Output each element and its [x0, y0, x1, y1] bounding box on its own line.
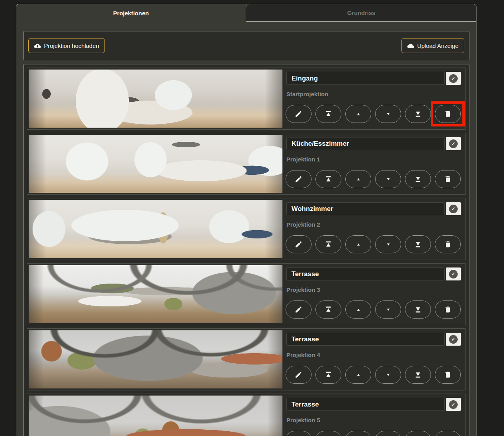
delete-button[interactable]	[435, 170, 461, 188]
move-down-button[interactable]	[375, 235, 401, 253]
confirm-title-button[interactable]: ✓	[446, 202, 461, 215]
projection-subtitle: Projektion 2	[286, 221, 461, 228]
upload-display-button[interactable]: Upload Anzeige	[401, 38, 464, 53]
row-actions	[286, 300, 461, 319]
delete-button[interactable]	[435, 105, 461, 123]
move-bottom-button[interactable]	[405, 431, 431, 436]
panorama-thumbnail	[29, 330, 282, 388]
chevron-up-icon	[356, 242, 361, 247]
move-to-bottom-icon	[414, 306, 422, 313]
move-to-top-icon	[324, 110, 332, 118]
move-up-button[interactable]	[345, 170, 371, 188]
edit-button[interactable]	[286, 366, 312, 384]
check-icon: ✓	[449, 74, 458, 83]
confirm-title-button[interactable]: ✓	[446, 267, 461, 280]
move-down-button[interactable]	[375, 300, 401, 319]
edit-button[interactable]	[286, 105, 312, 123]
move-top-button[interactable]	[315, 235, 341, 253]
chevron-down-icon	[386, 177, 391, 182]
row-actions	[286, 366, 461, 384]
move-to-bottom-icon	[414, 175, 422, 183]
delete-button[interactable]	[435, 235, 461, 253]
projection-subtitle: Projektion 5	[286, 417, 461, 423]
row-actions	[286, 235, 461, 253]
trash-icon	[444, 371, 452, 379]
row-panel: ✓ Projektion 1	[282, 135, 464, 193]
chevron-down-icon	[386, 372, 391, 377]
projection-row: ✓ Projektion 5	[27, 394, 466, 436]
move-to-bottom-icon	[414, 371, 422, 379]
projection-subtitle: Startprojektion	[286, 91, 461, 97]
projection-subtitle: Projektion 4	[286, 352, 461, 358]
move-up-button[interactable]	[345, 105, 371, 123]
edit-button[interactable]	[286, 235, 312, 253]
cloud-icon	[407, 42, 414, 49]
check-icon: ✓	[449, 205, 458, 213]
projection-title-input[interactable]	[286, 267, 445, 280]
move-top-button[interactable]	[315, 105, 341, 123]
chevron-down-icon	[386, 112, 391, 117]
edit-button[interactable]	[286, 300, 312, 319]
delete-button[interactable]	[435, 366, 461, 384]
move-top-button[interactable]	[315, 431, 341, 436]
projection-title-input[interactable]	[286, 137, 445, 150]
move-top-button[interactable]	[315, 300, 341, 319]
move-bottom-button[interactable]	[405, 366, 431, 384]
edit-button[interactable]	[286, 431, 312, 436]
tab-projektionen[interactable]: Projektionen	[16, 4, 246, 22]
confirm-title-button[interactable]: ✓	[446, 72, 461, 85]
move-top-button[interactable]	[315, 366, 341, 384]
delete-button[interactable]	[435, 300, 461, 319]
projection-title-input[interactable]	[286, 398, 445, 411]
pencil-icon	[295, 110, 302, 118]
move-bottom-button[interactable]	[405, 105, 431, 123]
projection-row: ✓ Projektion 3	[27, 263, 466, 325]
move-to-bottom-icon	[414, 240, 422, 248]
confirm-title-button[interactable]: ✓	[446, 333, 461, 346]
panorama-thumbnail	[29, 135, 282, 193]
trash-icon	[444, 175, 452, 183]
move-up-button[interactable]	[345, 431, 371, 436]
projection-list: ✓ Startprojektion	[23, 64, 469, 436]
projection-title-input[interactable]	[286, 333, 445, 346]
projection-subtitle: Projektion 1	[286, 156, 461, 163]
row-actions	[286, 431, 461, 436]
move-to-top-icon	[324, 240, 332, 248]
confirm-title-button[interactable]: ✓	[446, 137, 461, 150]
move-down-button[interactable]	[375, 366, 401, 384]
move-down-button[interactable]	[375, 105, 401, 123]
chevron-up-icon	[356, 307, 361, 312]
projection-title-input[interactable]	[286, 72, 445, 85]
panorama-thumbnail	[29, 396, 282, 436]
move-bottom-button[interactable]	[405, 170, 431, 188]
panorama-thumbnail	[29, 70, 282, 128]
check-icon: ✓	[449, 335, 458, 344]
move-bottom-button[interactable]	[405, 235, 431, 253]
delete-button[interactable]	[435, 431, 461, 436]
tab-grundriss[interactable]: Grundriss	[246, 4, 476, 22]
move-up-button[interactable]	[345, 300, 371, 319]
pencil-icon	[295, 371, 302, 379]
trash-icon	[444, 306, 452, 313]
trash-icon	[444, 110, 452, 118]
chevron-up-icon	[356, 112, 361, 117]
move-to-top-icon	[324, 306, 332, 313]
projection-title-input[interactable]	[286, 202, 445, 215]
move-top-button[interactable]	[315, 170, 341, 188]
chevron-down-icon	[386, 307, 391, 312]
check-icon: ✓	[449, 139, 458, 148]
edit-button[interactable]	[286, 170, 312, 188]
panorama-thumbnail	[29, 200, 282, 258]
move-down-button[interactable]	[375, 170, 401, 188]
chevron-up-icon	[356, 372, 361, 377]
row-panel: ✓ Projektion 4	[282, 330, 464, 388]
move-up-button[interactable]	[345, 366, 371, 384]
upload-projection-button[interactable]: Projektion hochladen	[28, 38, 105, 53]
move-bottom-button[interactable]	[405, 300, 431, 319]
row-panel: ✓ Projektion 2	[282, 200, 464, 258]
tab-bar: Projektionen Grundriss	[16, 4, 476, 22]
confirm-title-button[interactable]: ✓	[446, 398, 461, 411]
move-up-button[interactable]	[345, 235, 371, 253]
move-down-button[interactable]	[375, 431, 401, 436]
row-panel: ✓ Projektion 5	[282, 396, 464, 436]
